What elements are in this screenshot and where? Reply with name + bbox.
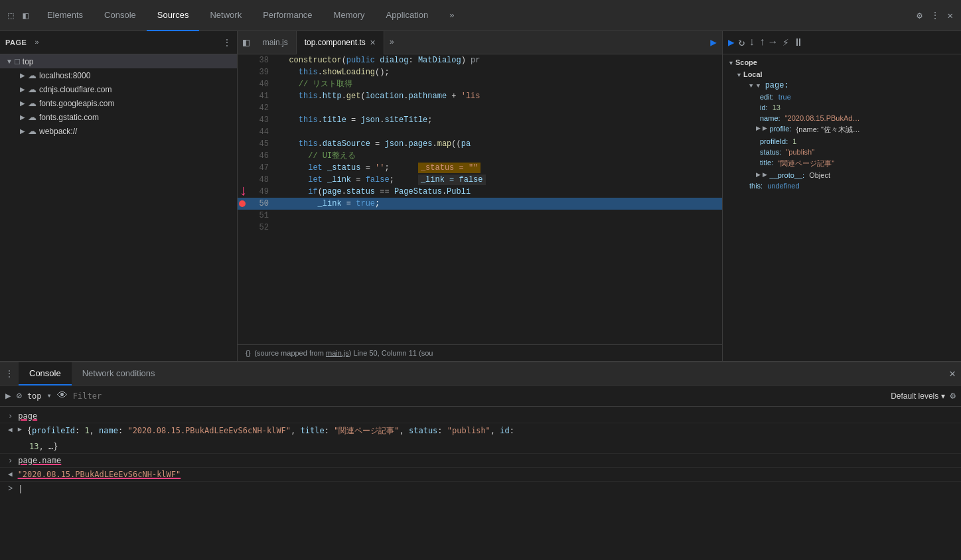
bp-area-40[interactable] [238, 78, 247, 90]
devtools-icons: ⬚ ◧ [0, 7, 37, 24]
editor-tabs-more[interactable]: » [384, 38, 400, 47]
close-devtools-icon[interactable]: ✕ [945, 7, 956, 24]
tab-more[interactable]: » [439, 0, 465, 31]
bp-area-38[interactable] [238, 54, 247, 66]
console-input-pagename: page.name [18, 456, 61, 465]
tab-memory[interactable]: Memory [323, 0, 376, 31]
console-expand-1[interactable]: ▶ [18, 425, 22, 433]
console-settings-icon[interactable]: ⚙ [950, 390, 956, 401]
code-line-42: 42 [238, 102, 722, 114]
bp-area-47[interactable] [238, 162, 247, 174]
bp-area-44[interactable] [238, 126, 247, 138]
pointer-icon[interactable]: ⬚ [5, 7, 16, 24]
console-cursor[interactable] [18, 484, 23, 494]
tree-arrow-gstatic[interactable] [19, 113, 27, 121]
bp-area-45[interactable] [238, 138, 247, 150]
bp-area-51[interactable] [238, 210, 247, 222]
settings-icon[interactable]: ⚙ [914, 7, 924, 24]
console-levels-dropdown[interactable]: Default levels ▾ [891, 391, 944, 401]
console-play-icon[interactable]: ▶ [5, 390, 11, 401]
code-content[interactable]: 38 constructor(public dialog: MatDialog)… [238, 54, 722, 344]
tree-item-gstatic[interactable]: ☁ fonts.gstatic.com [0, 110, 237, 124]
scope-section-header[interactable]: Scope [723, 57, 961, 68]
line-content-38: constructor(public dialog: MatDialog) pr [277, 54, 722, 66]
tab-sources[interactable]: Sources [147, 0, 200, 31]
console-filter-input[interactable] [73, 391, 885, 401]
nav-right-actions: ⚙ ⋮ ✕ [914, 7, 961, 24]
line-num-52: 52 [247, 222, 277, 234]
tab-network[interactable]: Network [199, 0, 252, 31]
code-line-52: 52 [238, 222, 722, 234]
tab-performance[interactable]: Performance [252, 0, 323, 31]
tree-item-webpack[interactable]: ☁ webpack:// [0, 124, 237, 138]
line-num-39: 39 [247, 66, 277, 78]
tab-elements[interactable]: Elements [37, 0, 94, 31]
tab-console[interactable]: Console [94, 0, 147, 31]
step-button[interactable]: → [770, 36, 776, 48]
tree-item-cloudflare[interactable]: ☁ cdnjs.cloudflare.com [0, 82, 237, 96]
bottom-tab-console[interactable]: Console [19, 362, 72, 385]
top-nav: ⬚ ◧ Elements Console Sources Network Per… [0, 0, 961, 31]
tree-arrow-localhost[interactable] [19, 72, 27, 80]
bp-area-50[interactable] [238, 198, 247, 210]
scope-edit-key: edit: [760, 93, 774, 101]
tab-application[interactable]: Application [376, 0, 439, 31]
scope-title-item: title: "関連ページ記事" [723, 157, 961, 170]
console-context-label: top [27, 391, 42, 401]
console-clear-icon[interactable]: ⊘ [16, 390, 21, 401]
step-out-button[interactable]: ↑ [759, 36, 766, 48]
code-line-43: 43 this.title = json.siteTitle; [238, 114, 722, 126]
step-over-button[interactable]: ↻ [739, 36, 745, 49]
more-options-icon[interactable]: ⋮ [928, 7, 942, 24]
tree-arrow-googleapis[interactable] [19, 100, 27, 107]
tree-item-localhost[interactable]: ☁ localhost:8000 [0, 68, 237, 82]
inspect-icon[interactable]: ◧ [20, 7, 31, 24]
bottom-tab-network-conditions[interactable]: Network conditions [72, 362, 166, 385]
tree-arrow-cloudflare[interactable] [19, 86, 27, 94]
scope-page-expand[interactable]: ▼ [749, 83, 764, 90]
bp-area-39[interactable] [238, 66, 247, 78]
tree-arrow-webpack[interactable] [19, 127, 27, 135]
source-map-link[interactable]: main.js [326, 349, 349, 357]
tree-item-top[interactable]: □ top [0, 54, 237, 68]
tree-arrow-top[interactable] [5, 58, 13, 66]
bp-area-46[interactable] [238, 150, 247, 162]
line-content-48: let _link = false; _link = false [277, 174, 722, 186]
sidebar-dots-icon[interactable]: ⋮ [222, 37, 232, 48]
bp-area-52[interactable] [238, 222, 247, 234]
scope-id-item: id: 13 [723, 102, 961, 113]
resume-button[interactable]: ▶ [728, 36, 735, 49]
scope-proto-item: ▶ __proto__: Object [723, 170, 961, 180]
console-context-arrow[interactable]: ▾ [47, 391, 52, 401]
tab-close-topcomponent[interactable]: ✕ [370, 38, 376, 47]
editor-tab-topcomponent[interactable]: top.component.ts ✕ [297, 31, 384, 54]
bottom-panel-close[interactable]: ✕ [949, 367, 956, 380]
tree-item-googleapis[interactable]: ☁ fonts.googleapis.com [0, 96, 237, 110]
console-prompt-line[interactable]: > [0, 482, 961, 496]
console-content[interactable]: › page ◀ ▶ {profileId: 1, name: "2020.08… [0, 407, 961, 560]
deactivate-breakpoints-button[interactable]: ⚡ [782, 36, 789, 49]
scope-local-expand[interactable] [736, 70, 742, 78]
bp-area-48[interactable] [238, 174, 247, 186]
console-output-arrow-2: ◀ [8, 470, 13, 478]
scope-expand-icon[interactable] [728, 58, 734, 66]
console-eye-icon[interactable]: 👁 [57, 389, 68, 402]
bp-area-43[interactable] [238, 114, 247, 126]
code-line-39: 39 this.showLoading(); [238, 66, 722, 78]
sidebar-more-icon[interactable]: » [35, 38, 39, 46]
line-content-50: _link = true; [277, 198, 722, 210]
bottom-panel-dots[interactable]: ⋮ [5, 369, 13, 379]
editor-sidebar-toggle[interactable]: ◧ [238, 36, 255, 49]
scope-profile-expand[interactable]: ▶ [756, 125, 767, 131]
step-into-button[interactable]: ↓ [749, 36, 755, 48]
pause-exceptions-button[interactable]: ⏸ [793, 36, 804, 49]
play-resume-button[interactable]: ▶ [710, 36, 717, 49]
bp-area-49[interactable] [238, 186, 247, 198]
scope-local-section: Local ▼ page: edit: true id: 13 [723, 68, 961, 192]
sidebar-title: Page [5, 38, 27, 46]
bp-area-41[interactable] [238, 90, 247, 102]
editor-tab-mainjs[interactable]: main.js [255, 31, 297, 54]
scope-local-header[interactable]: Local [723, 69, 961, 80]
bp-area-42[interactable] [238, 102, 247, 114]
scope-proto-expand[interactable]: ▶ [756, 171, 767, 178]
